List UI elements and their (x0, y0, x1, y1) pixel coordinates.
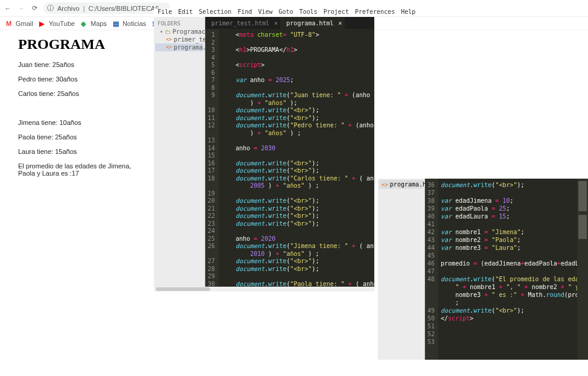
code-line[interactable]: var nombre3 = "Laura"; (441, 244, 575, 252)
code-line[interactable]: document.write("<br>"); (221, 115, 374, 123)
file-icon: ⓘ (47, 4, 54, 13)
code-line[interactable]: var nombre1 = "Jimena"; (441, 228, 575, 236)
back-button[interactable]: ← (4, 4, 12, 13)
code-line[interactable]: ) + "años" ) ; (221, 130, 374, 138)
code-line[interactable]: promedio = (edadJimena+edadPaola+edadLau… (441, 260, 575, 267)
code-line[interactable] (221, 39, 374, 47)
code-line[interactable]: ; (441, 299, 575, 307)
code-line[interactable]: document.write("<br>"); (221, 160, 374, 168)
page-title: PROGRAMA (18, 36, 145, 53)
bookmark-item[interactable]: ▶YouTube (39, 20, 75, 27)
code-line[interactable] (441, 322, 575, 330)
code-line[interactable]: document.write("Pedro tiene: " + (anho -… (221, 122, 374, 130)
address-security-label: Archivo (57, 5, 80, 12)
horizontal-scrollbar[interactable] (154, 287, 374, 292)
output-line: Pedro tiene: 30años (18, 75, 145, 83)
code-line[interactable]: 2010 ) + "años" ) ; (221, 250, 374, 258)
forward-button[interactable]: → (17, 4, 25, 13)
code-line[interactable]: document.write("<br>"); (221, 205, 374, 213)
bookmark-icon: ▶ (39, 20, 46, 27)
code-line[interactable]: var edadJimena = 10; (441, 197, 575, 205)
sidebar-file[interactable]: <>programa.html (155, 43, 203, 51)
code-line[interactable]: nombre3 + " es :" + Math.round(promedio)… (441, 291, 575, 299)
code-line[interactable]: <meta charset= "UTF-8"> (221, 31, 374, 39)
editor-window-1: FileEditSelectionFindViewGotoToolsProjec… (154, 8, 374, 291)
output-line: Laura tiene: 15años (18, 148, 145, 155)
close-icon[interactable]: × (274, 20, 278, 27)
code-line[interactable]: var nombre2 = "Paola"; (441, 236, 575, 244)
code-line[interactable]: ) + "años" ); (221, 100, 374, 107)
open-files-panel: <> programa.html (378, 179, 425, 360)
bookmark-item[interactable]: MGmail (6, 20, 33, 27)
code-line[interactable] (441, 220, 575, 228)
reload-button[interactable]: ⟳ (30, 4, 39, 13)
editor-window-2: <> programa.html 36373839404142434445464… (378, 179, 588, 360)
code-line[interactable]: 2005 ) + "años" ) ; (221, 182, 374, 190)
code-line[interactable]: document.write("<br>"); (441, 307, 575, 314)
menu-item[interactable]: Edit (178, 8, 193, 17)
folder-icon: 🗀 (165, 28, 171, 35)
code-line[interactable]: document.write("<br>"); (221, 266, 374, 273)
code-line[interactable]: </script> (441, 314, 575, 322)
angle-brackets-icon: <> (166, 37, 172, 42)
menu-item[interactable]: Preferences (355, 8, 395, 17)
code-line[interactable]: var anho = 2025; (221, 77, 374, 84)
address-bar[interactable]: ⓘ Archivo | C:/Users/BIBLIOTECA64/Desktc (43, 2, 170, 14)
menu-item[interactable]: Goto (279, 8, 293, 17)
bookmark-item[interactable]: ◆Maps (81, 20, 107, 27)
menu-item[interactable]: Help (401, 8, 415, 17)
code-line[interactable] (441, 267, 575, 275)
code-line[interactable]: anho = 2020 (221, 235, 374, 243)
code-line[interactable]: document.write("<br>"); (221, 107, 374, 115)
code-content[interactable]: <meta charset= "UTF-8"> <h1>PROGRAMA</h1… (219, 29, 374, 291)
code-line[interactable]: document.write("Jimena tiene: " + ( anho… (221, 243, 374, 250)
menu-item[interactable]: View (258, 8, 272, 17)
code-line[interactable]: var edadPaola = 25; (441, 205, 575, 212)
code-line[interactable] (221, 152, 374, 160)
code-content[interactable]: document.write("<br>"); var edadJimena =… (438, 179, 577, 360)
code-line[interactable] (441, 338, 575, 346)
sidebar-folder[interactable]: ▾ 🗀 Programacion1 (155, 28, 203, 36)
code-line[interactable] (221, 228, 374, 235)
menu-item[interactable]: Project (324, 8, 349, 17)
menu-item[interactable]: Selection (199, 8, 231, 17)
bookmark-item[interactable]: ▤Noticias (113, 20, 146, 27)
code-line[interactable]: document.write("<br>"); (221, 258, 374, 266)
code-line[interactable] (221, 69, 374, 77)
angle-brackets-icon: <> (382, 182, 388, 188)
output-line: Carlos tiene: 25años (18, 90, 145, 97)
close-icon[interactable]: × (339, 20, 342, 27)
code-line[interactable]: document.write("<br>"); (221, 220, 374, 228)
bookmark-icon: ◆ (81, 20, 88, 27)
code-line[interactable] (221, 54, 374, 62)
code-line[interactable]: anho = 2030 (221, 145, 374, 153)
sidebar-file[interactable]: <>primer_test.html (155, 36, 203, 43)
menu-item[interactable]: File (158, 8, 172, 17)
minimap[interactable] (577, 179, 588, 360)
editor-tab[interactable]: programa.html× (280, 17, 344, 29)
code-line[interactable] (221, 137, 374, 145)
tab-label: primer_test.html (211, 20, 269, 27)
bookmark-label: Noticias (123, 20, 146, 27)
code-line[interactable]: document.write("<br>"); (221, 167, 374, 175)
code-line[interactable] (441, 330, 575, 338)
code-line[interactable]: document.write("<br>"); (221, 212, 374, 220)
code-line[interactable] (221, 273, 374, 281)
code-line[interactable]: document.write("El promedio de las edade… (441, 275, 575, 283)
code-line[interactable]: <script> (221, 62, 374, 69)
code-line[interactable]: document.write("<br>"); (221, 197, 374, 205)
code-line[interactable]: <h1>PROGRAMA</h1> (221, 46, 374, 54)
code-line[interactable]: var edadLaura = 15; (441, 212, 575, 220)
code-line[interactable]: document.write("Juan tiene: " + (anho - … (221, 92, 374, 100)
code-line[interactable]: document.write("<br>"); (441, 181, 575, 189)
code-line[interactable] (441, 189, 575, 197)
code-line[interactable]: document.write("Carlos tiene: " + ( anho… (221, 175, 374, 183)
editor-tab[interactable]: primer_test.html× (205, 17, 280, 29)
code-line[interactable] (221, 84, 374, 92)
menu-item[interactable]: Tools (299, 8, 318, 17)
code-line[interactable]: " + nombre1 + ", " + nombre2 + " y " + (441, 283, 575, 291)
code-line[interactable] (441, 252, 575, 260)
code-line[interactable] (221, 190, 374, 198)
menu-item[interactable]: Find (237, 8, 252, 17)
open-file-item[interactable]: <> programa.html (379, 180, 423, 189)
